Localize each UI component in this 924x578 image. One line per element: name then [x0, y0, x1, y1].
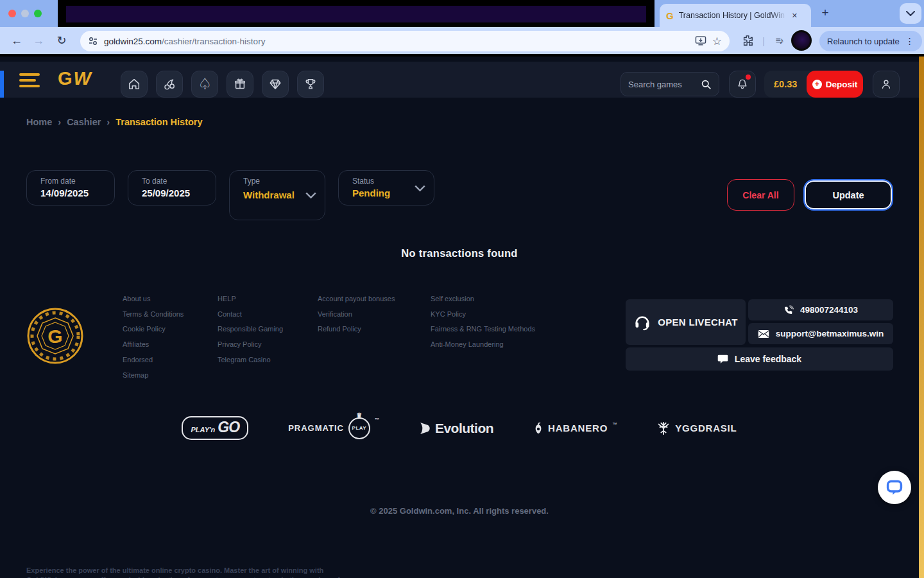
page-scrollbar[interactable]	[919, 57, 924, 578]
browser-tab-strip: G Transaction History | GoldWin ✕ +	[0, 0, 924, 27]
phone-icon	[783, 305, 794, 315]
open-livechat-button[interactable]: OPEN LIVECHAT	[626, 299, 746, 345]
search-games-box[interactable]	[620, 72, 719, 96]
chevron-separator-icon: ›	[58, 117, 61, 127]
chat-bubble-icon	[886, 479, 903, 496]
back-button[interactable]: ←	[8, 27, 26, 54]
gw-logo[interactable]: GW	[58, 68, 92, 89]
livechat-widget-button[interactable]	[878, 471, 911, 504]
footer-link[interactable]: Verification	[318, 307, 395, 322]
footer-link[interactable]: Refund Policy	[318, 322, 395, 337]
nav-vip-button[interactable]	[262, 71, 289, 98]
empty-state-message: No transactions found	[0, 247, 919, 259]
browser-tab[interactable]: G Transaction History | GoldWin ✕	[660, 4, 811, 27]
nav-tournaments-button[interactable]	[297, 71, 324, 98]
footer-link[interactable]: Contact	[218, 307, 283, 322]
install-app-icon[interactable]	[695, 36, 706, 46]
bookmark-star-icon[interactable]: ☆	[712, 35, 722, 48]
home-icon	[127, 77, 141, 91]
footer-column-2: HELP Contact Responsible Gaming Privacy …	[218, 292, 283, 368]
from-date-value: 14/09/2025	[40, 188, 105, 198]
footer-link[interactable]: About us	[123, 292, 184, 307]
toolbar-divider: |	[761, 27, 766, 54]
footer-link[interactable]: Sitemap	[123, 368, 184, 383]
plus-icon: +	[812, 80, 822, 89]
update-button[interactable]: Update	[803, 179, 893, 211]
nav-slots-button[interactable]	[156, 71, 183, 98]
footer-link[interactable]: KYC Policy	[431, 307, 535, 322]
nav-casino-button[interactable]: ♤	[191, 71, 218, 98]
search-input[interactable]	[628, 80, 696, 89]
from-date-field[interactable]: From date 14/09/2025	[26, 170, 115, 206]
slots-cherries-icon	[162, 77, 176, 91]
footer-link[interactable]: Fairness & RNG Testing Methods	[431, 322, 535, 337]
yggdrasil-tree-icon	[656, 421, 671, 435]
chevron-down-icon	[415, 185, 425, 191]
to-date-label: To date	[142, 177, 207, 186]
headset-icon	[633, 313, 651, 331]
footer-column-1: About us Terms & Conditions Cookie Polic…	[123, 292, 184, 383]
footer-link[interactable]: Affiliates	[123, 337, 184, 353]
notification-dot	[746, 74, 751, 80]
yggdrasil-logo: YGGDRASIL	[656, 421, 737, 435]
media-controls-icon[interactable]: ≡♪	[770, 27, 788, 54]
footer-link[interactable]: Privacy Policy	[218, 337, 283, 353]
footer-link[interactable]: Telegram Casino	[218, 353, 283, 368]
tab-close-icon[interactable]: ✕	[792, 12, 798, 20]
traffic-light-zoom[interactable]	[34, 10, 42, 17]
traffic-light-minimize[interactable]	[21, 10, 29, 17]
email-button[interactable]: support@betmaximus.win	[748, 323, 893, 344]
footer-link[interactable]: Endorsed	[123, 353, 184, 368]
extensions-puzzle-icon[interactable]	[739, 27, 756, 54]
phone-number: 498007244103	[800, 305, 858, 315]
tab-search-chevron-button[interactable]	[900, 3, 921, 24]
site-settings-icon[interactable]	[88, 36, 98, 46]
url-bar[interactable]: goldwin25.com/cashier/transaction-histor…	[80, 31, 730, 51]
menu-hamburger-button[interactable]	[19, 73, 40, 87]
relaunch-to-update-button[interactable]: Relaunch to update ⋮	[819, 31, 922, 51]
pragmatic-play-logo: PRAGMATIC ♛PLAY ™	[288, 417, 379, 439]
background-window-content	[66, 6, 646, 22]
profile-button[interactable]	[873, 71, 900, 98]
chili-pepper-icon	[533, 422, 543, 435]
evolution-mark-icon	[419, 421, 431, 435]
nav-promotions-button[interactable]	[227, 71, 253, 98]
profile-avatar[interactable]	[791, 30, 812, 51]
new-tab-button[interactable]: +	[817, 6, 833, 20]
seo-description-text: Experience the power of the ultimate onl…	[26, 566, 347, 578]
leave-feedback-button[interactable]: Leave feedback	[626, 347, 893, 371]
footer-link[interactable]: HELP	[218, 292, 283, 307]
footer-link[interactable]: Account payout bonuses	[318, 292, 395, 307]
goldwin-medallion-logo: G	[26, 307, 84, 365]
footer-link[interactable]: Responsible Gaming	[218, 322, 283, 337]
balance-amount[interactable]: £0.33	[764, 79, 797, 89]
copyright-text: © 2025 Goldwin.com, Inc. All rights rese…	[0, 506, 919, 516]
footer-link[interactable]: Anti-Money Laundering	[431, 337, 535, 353]
refresh-button[interactable]: ↻	[53, 27, 71, 54]
type-value: Withdrawal	[243, 188, 298, 202]
goldwin-favicon: G	[666, 10, 674, 21]
background-window	[58, 0, 654, 28]
breadcrumb-home[interactable]: Home	[26, 117, 52, 127]
kebab-menu-icon[interactable]: ⋮	[905, 36, 914, 46]
clear-all-button[interactable]: Clear All	[727, 179, 794, 211]
forward-button[interactable]: →	[30, 27, 47, 54]
footer-link[interactable]: Self exclusion	[431, 292, 535, 307]
browser-toolbar: ← → ↻ goldwin25.com/cashier/transaction-…	[0, 27, 924, 55]
type-select[interactable]: Type Withdrawal	[229, 170, 325, 220]
from-date-label: From date	[40, 177, 105, 186]
breadcrumb-cashier[interactable]: Cashier	[67, 117, 101, 127]
to-date-field[interactable]: To date 25/09/2025	[128, 170, 216, 206]
phone-button[interactable]: 498007244103	[748, 299, 893, 320]
type-label: Type	[243, 177, 316, 186]
traffic-light-close[interactable]	[8, 10, 16, 17]
nav-home-button[interactable]	[121, 71, 148, 98]
search-icon[interactable]	[701, 79, 712, 90]
evolution-logo: Evolution	[419, 421, 493, 436]
footer-link[interactable]: Terms & Conditions	[123, 307, 184, 322]
footer-link[interactable]: Cookie Policy	[123, 322, 184, 337]
deposit-button[interactable]: + Deposit	[807, 71, 863, 98]
status-select[interactable]: Status Pending	[338, 170, 434, 206]
notifications-button[interactable]	[729, 71, 756, 98]
footer-column-4: Self exclusion KYC Policy Fairness & RNG…	[431, 292, 535, 353]
